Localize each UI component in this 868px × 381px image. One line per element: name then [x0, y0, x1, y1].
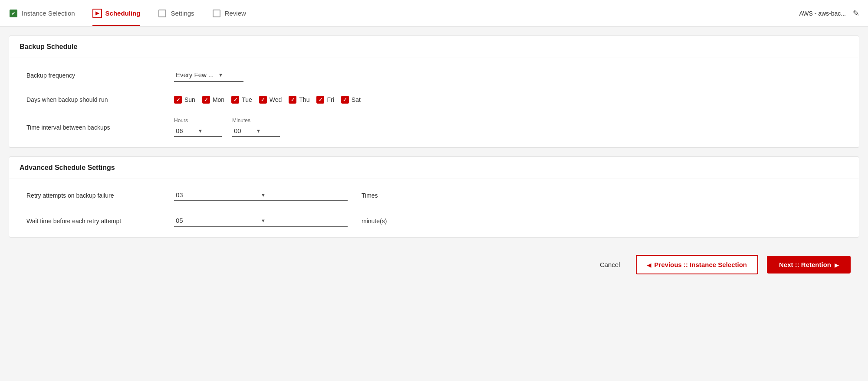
- wait-label: Wait time before each retry attempt: [26, 218, 174, 225]
- edit-icon[interactable]: ✎: [853, 9, 859, 18]
- time-row: Hours 06 ▼ Minutes 00 ▼: [174, 117, 842, 137]
- day-checkbox-thu: [289, 96, 296, 104]
- prev-label: Previous :: Instance Selection: [654, 261, 747, 268]
- tab-label-settings: Settings: [171, 10, 194, 17]
- advanced-settings-card: Advanced Schedule Settings Retry attempt…: [9, 156, 859, 238]
- day-item-sat[interactable]: Sat: [341, 96, 361, 104]
- day-item-tue[interactable]: Tue: [231, 96, 252, 104]
- day-label-sun: Sun: [184, 96, 195, 103]
- interval-label: Time interval between backups: [26, 124, 174, 131]
- day-item-mon[interactable]: Mon: [202, 96, 224, 104]
- nav-right: AWS - aws-bac... ✎: [799, 9, 859, 18]
- checkbox-empty-settings-icon: [158, 10, 166, 17]
- day-item-thu[interactable]: Thu: [289, 96, 309, 104]
- tab-icon-instance: [9, 9, 18, 18]
- previous-button[interactable]: Previous :: Instance Selection: [636, 255, 758, 274]
- next-label: Next :: Retention: [779, 261, 831, 268]
- aws-label: AWS - aws-bac...: [799, 10, 846, 17]
- day-item-sun[interactable]: Sun: [174, 96, 195, 104]
- day-label-sat: Sat: [352, 96, 361, 103]
- hours-dropdown[interactable]: 06 ▼: [174, 125, 222, 137]
- retry-arrow: ▼: [261, 192, 346, 198]
- retry-dropdown[interactable]: 03 ▼: [174, 189, 348, 201]
- wait-row: Wait time before each retry attempt 05 ▼…: [26, 215, 842, 227]
- retry-row: Retry attempts on backup failure 03 ▼ Ti…: [26, 189, 842, 201]
- day-label-wed: Wed: [270, 96, 282, 103]
- backup-schedule-body: Backup frequency Every Few ... ▼ Days wh…: [9, 58, 859, 147]
- cancel-button[interactable]: Cancel: [593, 257, 627, 273]
- day-label-tue: Tue: [242, 96, 252, 103]
- advanced-settings-body: Retry attempts on backup failure 03 ▼ Ti…: [9, 179, 859, 237]
- hours-value: 06: [176, 127, 198, 134]
- day-checkbox-wed: [259, 96, 267, 104]
- frequency-label: Backup frequency: [26, 72, 174, 79]
- minutes-arrow: ▼: [256, 128, 278, 134]
- prev-arrow-icon: [647, 261, 651, 268]
- tab-scheduling[interactable]: Scheduling: [92, 1, 141, 26]
- tab-label-review: Review: [225, 10, 246, 17]
- play-icon: [92, 9, 102, 18]
- advanced-settings-header: Advanced Schedule Settings: [9, 157, 859, 179]
- wait-dropdown[interactable]: 05 ▼: [174, 215, 348, 227]
- retry-control: 03 ▼ Times: [174, 189, 842, 201]
- tab-icon-review: [212, 9, 221, 18]
- wait-value: 05: [176, 217, 261, 224]
- day-item-fri[interactable]: Fri: [316, 96, 334, 104]
- backup-schedule-card: Backup Schedule Backup frequency Every F…: [9, 36, 859, 148]
- backup-schedule-title: Backup Schedule: [20, 43, 77, 50]
- day-checkbox-sat: [341, 96, 349, 104]
- wait-control: 05 ▼ minute(s): [174, 215, 842, 227]
- hours-arrow: ▼: [198, 128, 220, 134]
- next-arrow-icon: [835, 261, 838, 268]
- hours-label: Hours: [174, 117, 222, 124]
- day-item-wed[interactable]: Wed: [259, 96, 282, 104]
- retry-value: 03: [176, 191, 261, 199]
- checkbox-checked-icon: [10, 10, 17, 17]
- minutes-value: 00: [234, 127, 256, 134]
- days-checkboxes: Sun Mon Tue: [174, 96, 842, 104]
- day-checkbox-mon: [202, 96, 210, 104]
- advanced-settings-title: Advanced Schedule Settings: [20, 164, 115, 171]
- days-row: Days when backup should run Sun Mon: [26, 96, 842, 104]
- frequency-value: Every Few ...: [176, 71, 214, 78]
- tab-label-scheduling: Scheduling: [105, 10, 141, 17]
- day-label-mon: Mon: [213, 96, 224, 103]
- wait-unit: minute(s): [362, 218, 387, 225]
- tab-label-instance: Instance Selection: [22, 10, 75, 17]
- hours-field: Hours 06 ▼: [174, 117, 222, 137]
- tab-icon-settings: [158, 9, 167, 18]
- minutes-label: Minutes: [232, 117, 280, 124]
- top-nav: Instance Selection Scheduling Settings R…: [0, 0, 868, 27]
- days-label: Days when backup should run: [26, 96, 174, 103]
- next-button[interactable]: Next :: Retention: [767, 256, 851, 274]
- footer: Cancel Previous :: Instance Selection Ne…: [0, 246, 868, 283]
- interval-row: Time interval between backups Hours 06 ▼…: [26, 117, 842, 137]
- retry-label: Retry attempts on backup failure: [26, 192, 174, 199]
- day-label-fri: Fri: [327, 96, 334, 103]
- frequency-control: Every Few ... ▼: [174, 68, 842, 82]
- tab-icon-scheduling: [92, 9, 102, 18]
- nav-tabs: Instance Selection Scheduling Settings R…: [9, 1, 799, 26]
- days-control: Sun Mon Tue: [174, 96, 842, 104]
- wait-arrow: ▼: [261, 218, 346, 223]
- checkbox-empty-review-icon: [213, 10, 220, 17]
- tab-instance-selection[interactable]: Instance Selection: [9, 1, 75, 26]
- day-checkbox-fri: [316, 96, 324, 104]
- frequency-dropdown[interactable]: Every Few ... ▼: [174, 68, 243, 82]
- minutes-dropdown[interactable]: 00 ▼: [232, 125, 280, 137]
- frequency-dropdown-arrow: ▼: [218, 72, 224, 78]
- frequency-row: Backup frequency Every Few ... ▼: [26, 68, 842, 82]
- interval-control: Hours 06 ▼ Minutes 00 ▼: [174, 117, 842, 137]
- retry-unit: Times: [362, 192, 378, 199]
- backup-schedule-header: Backup Schedule: [9, 36, 859, 58]
- day-checkbox-sun: [174, 96, 182, 104]
- day-label-thu: Thu: [299, 96, 309, 103]
- minutes-field: Minutes 00 ▼: [232, 117, 280, 137]
- tab-settings[interactable]: Settings: [158, 1, 194, 26]
- day-checkbox-tue: [231, 96, 239, 104]
- tab-review[interactable]: Review: [212, 1, 246, 26]
- main-content: Backup Schedule Backup frequency Every F…: [0, 36, 868, 283]
